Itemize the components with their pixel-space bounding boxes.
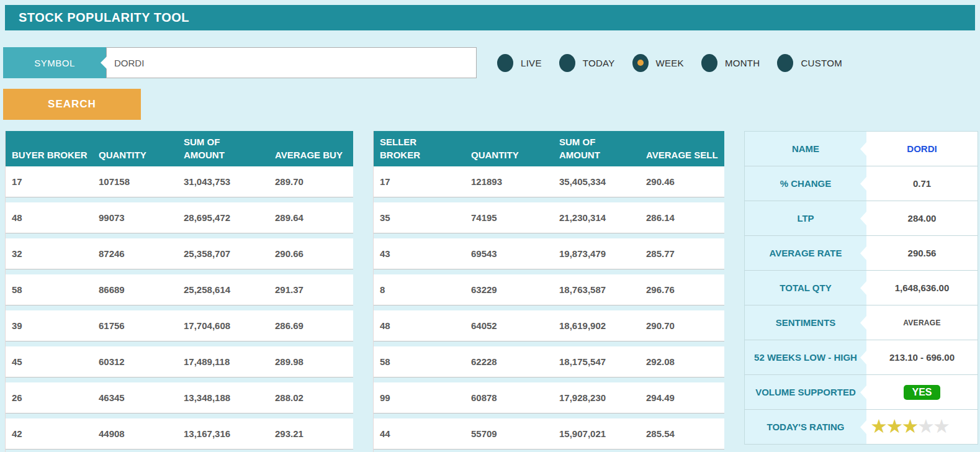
stat-row: LTP284.00	[745, 201, 978, 236]
stat-label: LTP	[745, 201, 866, 235]
seller-table-rows: 1712189335,405,334290.46357419521,230,31…	[374, 166, 724, 450]
table-cell: 39	[6, 310, 92, 341]
table-cell: 18,763,587	[553, 274, 640, 305]
period-label: CUSTOM	[801, 58, 842, 68]
period-option-live[interactable]: LIVE	[497, 54, 542, 72]
search-button[interactable]: SEARCH	[3, 89, 141, 120]
period-option-today[interactable]: TODAY	[559, 54, 615, 72]
radio-selected-icon[interactable]	[632, 54, 649, 72]
table-row: 586222818,175,547292.08	[374, 346, 724, 377]
stat-value-text: 290.56	[908, 248, 937, 258]
table-cell: 288.02	[269, 382, 353, 413]
table-cell: 17,489,118	[178, 346, 269, 377]
symbol-input[interactable]	[107, 48, 476, 78]
stat-row: % CHANGE0.71	[745, 166, 978, 201]
table-row: 588668925,258,614291.37	[6, 274, 353, 305]
column-header-buyer-broker: BUYER BROKER	[6, 148, 92, 161]
stat-value: 0.71	[866, 166, 978, 201]
table-row: 1710715831,043,753289.70	[6, 166, 353, 197]
radio-unselected-icon[interactable]	[701, 54, 717, 72]
table-cell: 43	[374, 238, 465, 269]
table-cell: 69543	[465, 238, 553, 269]
table-cell: 64052	[465, 310, 553, 341]
table-cell: 46345	[92, 382, 178, 413]
table-cell: 31,043,753	[178, 166, 269, 197]
period-option-month[interactable]: MONTH	[701, 54, 760, 72]
page-title: STOCK POPULARITY TOOL	[5, 5, 975, 30]
table-row: 996087817,928,230294.49	[374, 382, 724, 414]
table-cell: 291.37	[269, 274, 353, 305]
stat-label: % CHANGE	[745, 166, 866, 201]
table-row: 396175617,704,608286.69	[6, 310, 353, 341]
table-cell: 18,175,547	[553, 346, 640, 377]
stat-value-text: 1,648,636.00	[895, 282, 950, 293]
column-header-sum-of-amount: SUM OF AMOUNT	[178, 135, 269, 161]
table-cell: 17,704,608	[178, 310, 269, 341]
radio-unselected-icon[interactable]	[777, 54, 793, 72]
table-cell: 61756	[92, 310, 178, 341]
stat-value: 1,648,636.00	[866, 271, 978, 305]
table-cell: 121893	[465, 166, 553, 197]
period-label: WEEK	[656, 58, 684, 68]
radio-unselected-icon[interactable]	[497, 54, 513, 72]
table-cell: 8	[374, 274, 465, 305]
table-cell: 63229	[465, 274, 553, 305]
table-row: 456031217,489,118289.98	[6, 346, 353, 377]
table-cell: 87246	[92, 238, 178, 269]
stat-label: TOTAL QTY	[745, 271, 866, 305]
table-cell: 290.66	[269, 238, 353, 269]
stats-rows: NAMEDORDI% CHANGE0.71LTP284.00AVERAGE RA…	[745, 132, 978, 445]
stat-value: AVERAGE	[866, 305, 978, 340]
table-cell: 286.14	[640, 202, 724, 233]
stat-row: AVERAGE RATE290.56	[745, 236, 978, 271]
table-cell: 13,348,188	[178, 382, 269, 413]
table-row: 445570915,907,021285.54	[374, 418, 724, 450]
column-header-seller-broker: SELLER BROKER	[374, 135, 465, 161]
period-label: LIVE	[521, 58, 542, 68]
table-row: 1712189335,405,334290.46	[374, 166, 724, 197]
stat-row: SENTIMENTSAVERAGE	[745, 305, 978, 340]
table-cell: 44	[374, 418, 465, 449]
stat-value: 290.56	[866, 236, 978, 270]
column-header-quantity: QUANTITY	[92, 148, 178, 161]
table-row: 328724625,358,707290.66	[6, 238, 353, 269]
star-empty-icon: ★	[919, 418, 934, 435]
table-cell: 293.21	[269, 418, 353, 449]
table-cell: 35	[374, 202, 465, 233]
table-cell: 28,695,472	[178, 202, 269, 233]
stat-value-text: AVERAGE	[903, 319, 941, 327]
table-row: 424490813,167,316293.21	[6, 418, 353, 450]
stat-label: AVERAGE RATE	[745, 236, 866, 270]
table-row: 357419521,230,314286.14	[374, 202, 724, 233]
seller-table-header: SELLER BROKER QUANTITY SUM OF AMOUNT AVE…	[374, 131, 724, 166]
table-cell: 25,358,707	[178, 238, 269, 269]
table-row: 489907328,695,472289.64	[6, 202, 353, 233]
symbol-input-wrapper	[106, 47, 477, 78]
table-cell: 289.64	[269, 202, 353, 233]
table-cell: 107158	[92, 166, 178, 197]
stat-label: NAME	[745, 132, 866, 166]
period-option-custom[interactable]: CUSTOM	[777, 54, 842, 72]
stat-value-text: 0.71	[913, 178, 931, 189]
stat-value-text: 213.10 - 696.00	[889, 352, 955, 363]
period-option-week[interactable]: WEEK	[632, 54, 684, 72]
radio-unselected-icon[interactable]	[559, 54, 575, 72]
table-cell: 294.49	[640, 382, 724, 413]
table-cell: 74195	[465, 202, 553, 233]
stat-value-text: 284.00	[908, 213, 937, 224]
table-cell: 35,405,334	[553, 166, 640, 197]
table-cell: 55709	[465, 418, 553, 449]
table-cell: 289.98	[269, 346, 353, 377]
table-cell: 290.46	[640, 166, 724, 197]
table-row: 264634513,348,188288.02	[6, 382, 353, 414]
table-row: 436954319,873,479285.77	[374, 238, 724, 269]
table-cell: 45	[6, 346, 92, 377]
seller-table: SELLER BROKER QUANTITY SUM OF AMOUNT AVE…	[373, 131, 724, 452]
yes-badge: YES	[904, 385, 940, 400]
table-cell: 48	[6, 202, 92, 233]
stat-label: SENTIMENTS	[745, 305, 866, 340]
stat-value: YES	[866, 375, 978, 409]
stat-row: NAMEDORDI	[745, 132, 978, 166]
table-cell: 42	[6, 418, 92, 449]
buyer-table-header: BUYER BROKER QUANTITY SUM OF AMOUNT AVER…	[6, 131, 353, 166]
